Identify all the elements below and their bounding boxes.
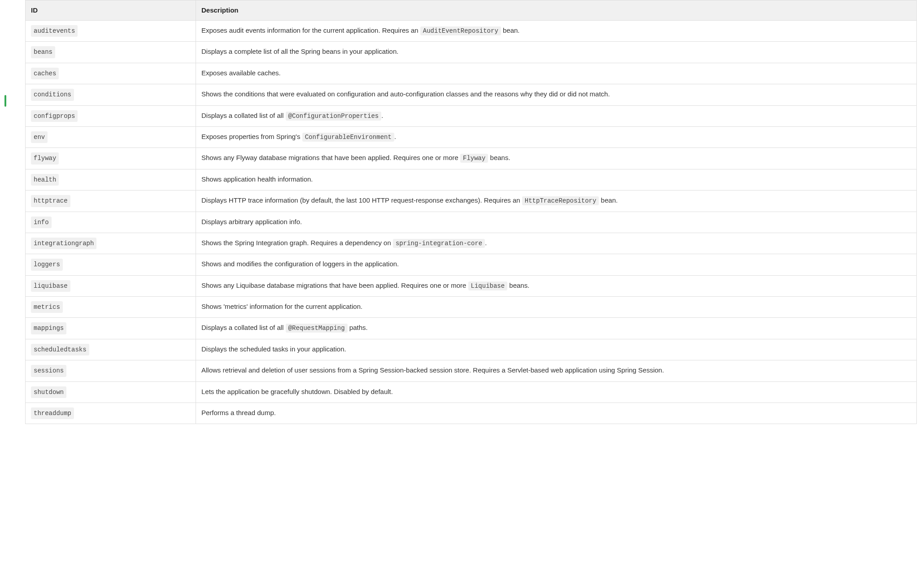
text-fragment: Exposes audit events information for the… [201,26,420,34]
endpoint-id-cell: metrics [26,297,196,318]
endpoint-description: Shows the conditions that were evaluated… [201,90,610,98]
endpoint-description: Exposes audit events information for the… [201,26,520,34]
text-fragment: Shows the conditions that were evaluated… [201,90,610,98]
inline-code: Flyway [460,154,488,163]
endpoint-description: Shows 'metrics' information for the curr… [201,303,362,310]
endpoint-description: Performs a thread dump. [201,409,276,416]
table-row: cachesExposes available caches. [26,63,917,84]
endpoint-description-cell: Exposes audit events information for the… [196,21,917,42]
text-fragment: Shows any Liquibase database migrations … [201,282,468,289]
text-fragment: Performs a thread dump. [201,409,276,416]
endpoint-description: Displays HTTP trace information (by defa… [201,196,618,204]
endpoint-description-cell: Displays a collated list of all @Configu… [196,105,917,126]
table-row: healthShows application health informati… [26,169,917,190]
text-fragment: Displays a collated list of all [201,324,286,331]
table-header-row: ID Description [26,0,917,21]
column-header-description: Description [196,0,917,21]
table-row: scheduledtasksDisplays the scheduled tas… [26,339,917,360]
endpoint-id: configprops [31,110,78,122]
table-row: conditionsShows the conditions that were… [26,84,917,105]
text-fragment: Displays the scheduled tasks in your app… [201,345,346,353]
text-fragment: Allows retrieval and deletion of user se… [201,366,664,374]
endpoint-description: Lets the application be gracefully shutd… [201,388,393,395]
endpoint-description-cell: Displays a collated list of all @Request… [196,318,917,339]
endpoint-description: Exposes properties from Spring's Configu… [201,133,396,140]
table-row: liquibaseShows any Liquibase database mi… [26,275,917,296]
endpoint-description: Shows any Flyway database migrations tha… [201,154,510,161]
endpoint-id: env [31,131,48,143]
endpoint-id: httptrace [31,195,70,207]
endpoint-description-cell: Shows the conditions that were evaluated… [196,84,917,105]
endpoint-description-cell: Shows the Spring Integration graph. Requ… [196,233,917,254]
endpoint-description-cell: Lets the application be gracefully shutd… [196,381,917,403]
table-row: loggersShows and modifies the configurat… [26,254,917,275]
endpoint-description: Allows retrieval and deletion of user se… [201,366,664,374]
endpoint-id: mappings [31,322,66,334]
endpoint-description: Displays a collated list of all @Configu… [201,112,383,119]
text-fragment: bean. [599,196,618,204]
endpoint-id-cell: flyway [26,148,196,169]
endpoint-description-cell: Exposes properties from Spring's Configu… [196,126,917,147]
text-fragment: Displays a complete list of all the Spri… [201,48,398,55]
endpoint-description-cell: Shows 'metrics' information for the curr… [196,297,917,318]
endpoint-id: auditevents [31,25,78,37]
endpoint-description-cell: Shows any Liquibase database migrations … [196,275,917,296]
endpoint-id-cell: conditions [26,84,196,105]
table-row: sessionsAllows retrieval and deletion of… [26,360,917,381]
text-fragment: Lets the application be gracefully shutd… [201,388,393,395]
text-fragment: Displays a collated list of all [201,112,286,119]
endpoint-description: Displays the scheduled tasks in your app… [201,345,346,353]
endpoint-description: Exposes available caches. [201,69,281,77]
endpoint-id-cell: caches [26,63,196,84]
text-fragment: Exposes available caches. [201,69,281,77]
endpoint-description-cell: Displays a complete list of all the Spri… [196,42,917,63]
endpoint-id: health [31,174,59,186]
endpoint-id: metrics [31,301,63,313]
text-fragment: . [485,239,487,247]
text-fragment: Shows and modifies the configuration of … [201,260,399,268]
endpoint-description: Shows and modifies the configuration of … [201,260,399,268]
text-fragment: Shows 'metrics' information for the curr… [201,303,362,310]
endpoint-id-cell: sessions [26,360,196,381]
endpoint-description-cell: Shows and modifies the configuration of … [196,254,917,275]
inline-code: HttpTraceRepository [522,196,599,205]
endpoint-description-cell: Displays HTTP trace information (by defa… [196,191,917,212]
endpoint-description-cell: Displays the scheduled tasks in your app… [196,339,917,360]
endpoint-id: threaddump [31,407,74,419]
text-fragment: bean. [501,26,520,34]
endpoint-id-cell: integrationgraph [26,233,196,254]
table-row: infoDisplays arbitrary application info. [26,212,917,233]
endpoint-description-cell: Performs a thread dump. [196,403,917,424]
endpoint-id-cell: threaddump [26,403,196,424]
endpoint-id-cell: loggers [26,254,196,275]
endpoint-id-cell: auditevents [26,21,196,42]
endpoint-id-cell: scheduledtasks [26,339,196,360]
endpoint-id: info [31,217,52,228]
endpoint-description-cell: Shows any Flyway database migrations tha… [196,148,917,169]
table-row: configpropsDisplays a collated list of a… [26,105,917,126]
table-row: metricsShows 'metrics' information for t… [26,297,917,318]
endpoint-id-cell: beans [26,42,196,63]
endpoint-id: scheduledtasks [31,344,89,355]
text-fragment: . [394,133,396,140]
table-row: httptraceDisplays HTTP trace information… [26,191,917,212]
endpoint-id-cell: info [26,212,196,233]
endpoint-id-cell: mappings [26,318,196,339]
endpoint-id: integrationgraph [31,238,96,249]
text-fragment: Shows the Spring Integration graph. Requ… [201,239,393,247]
table-row: envExposes properties from Spring's Conf… [26,126,917,147]
text-fragment: Shows application health information. [201,175,313,183]
endpoint-id: conditions [31,89,74,100]
table-row: auditeventsExposes audit events informat… [26,21,917,42]
endpoint-id: flyway [31,152,59,164]
table-row: flywayShows any Flyway database migratio… [26,148,917,169]
endpoint-description-cell: Shows application health information. [196,169,917,190]
text-fragment: Displays HTTP trace information (by defa… [201,196,522,204]
endpoint-description: Shows any Liquibase database migrations … [201,282,529,289]
text-fragment: beans. [507,282,529,289]
table-row: beansDisplays a complete list of all the… [26,42,917,63]
endpoint-description: Shows the Spring Integration graph. Requ… [201,239,487,247]
endpoint-id: loggers [31,259,63,270]
section-marker [4,95,6,107]
endpoint-id: shutdown [31,386,66,398]
